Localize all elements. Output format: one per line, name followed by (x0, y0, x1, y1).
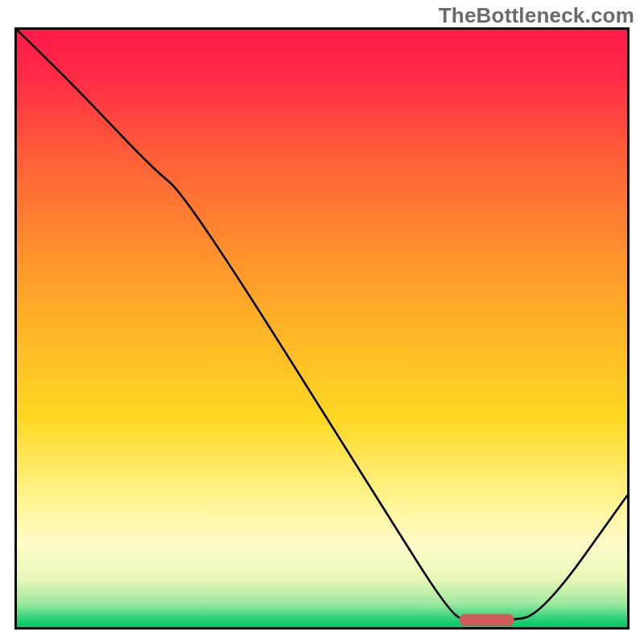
watermark-text: TheBottleneck.com (439, 3, 634, 28)
background-rect (17, 30, 627, 627)
optimal-range-marker (460, 614, 514, 626)
chart-container: TheBottleneck.com (0, 0, 644, 644)
chart-svg (17, 30, 627, 627)
plot-area (14, 27, 630, 630)
